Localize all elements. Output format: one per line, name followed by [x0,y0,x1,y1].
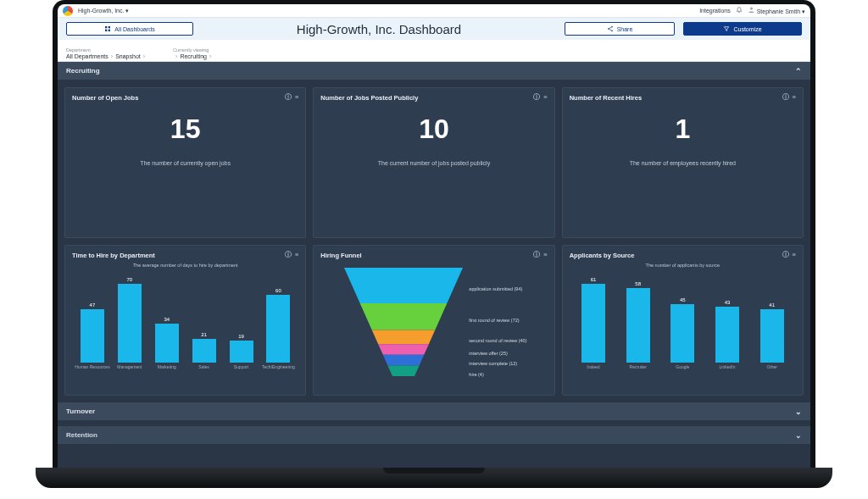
bar-label: Sales [198,365,209,370]
bar-label: Tech/Engineering [262,365,295,370]
share-button[interactable]: Share [565,22,675,36]
menu-icon[interactable]: ≡ [793,93,796,102]
metric-subtitle: The current number of jobs posted public… [378,160,490,166]
menu-icon[interactable]: ≡ [793,251,796,259]
funnel-band [360,303,448,330]
bar-value: 34 [164,317,170,322]
svg-rect-4 [108,30,110,31]
bar-group: 19Support [223,334,260,369]
bar [81,309,104,362]
info-icon[interactable]: ⓘ [533,93,540,102]
integrations-link[interactable]: Integrations [699,8,731,14]
bar-value: 43 [725,300,731,305]
funnel-label: interview offer (25) [469,351,507,356]
bar-label: Marketing [158,365,176,370]
bar-group: 34Marketing [148,317,186,369]
bar [670,304,694,362]
svg-point-0 [750,8,753,10]
chevron-right-icon: › [111,53,113,59]
funnel-band [379,344,430,355]
card-title: Number of Recent Hires [570,94,642,102]
bar [192,339,216,363]
crumb-snapshot: Snapshot [115,53,141,59]
bar-value: 70 [126,277,132,282]
bar-group: 43LinkedIn [705,300,750,369]
user-menu[interactable]: Stephanie Smith ▾ [748,6,805,15]
bar [230,341,253,362]
bar-label: Management [117,365,142,370]
chevron-up-icon: ⌃ [795,67,802,75]
svg-rect-2 [108,26,110,28]
customize-button[interactable]: Customize [683,22,802,36]
app-screen: High-Growth, Inc. ▾ Integrations Stephan… [58,4,810,468]
all-dashboards-label: All Dashboards [114,26,154,32]
filter-icon [723,25,730,32]
funnel-label: first round of review (72) [469,318,519,323]
svg-point-6 [608,28,609,29]
card-time-to-hire: Time to Hire by Department ⓘ ≡ The avera… [64,245,306,396]
chevron-right-icon: › [209,53,211,59]
crumb-value: Recruiting [180,53,207,59]
bar-value: 41 [769,302,775,308]
chart-title: The number of applicants by source [570,263,796,268]
bar-group: 60Tech/Engineering [259,288,297,369]
section-turnover[interactable]: Turnover ⌄ [58,402,810,421]
metric-value: 15 [170,114,201,145]
svg-point-7 [611,30,612,31]
info-icon[interactable]: ⓘ [285,251,292,259]
info-icon[interactable]: ⓘ [782,93,789,102]
topbar: High-Growth, Inc. ▾ Integrations Stephan… [58,4,810,18]
bar [581,284,605,362]
breadcrumb: Department All Departments › Snapshot › … [58,40,810,62]
chevron-right-icon: › [143,53,145,59]
card-title: Hiring Funnel [320,252,361,259]
bar-label: Human Resources [75,365,109,370]
bar-value: 47 [90,302,96,308]
all-dashboards-button[interactable]: All Dashboards [66,22,193,36]
bar-group: 45Google [660,297,705,369]
crumb-label: Department [66,47,147,53]
section-retention[interactable]: Retention ⌄ [58,426,810,445]
metric-subtitle: The number of employees recently hired [630,160,736,166]
info-icon[interactable]: ⓘ [782,251,789,259]
bar-value: 45 [680,297,686,302]
crumb-department[interactable]: Department All Departments › Snapshot › [66,47,147,59]
bar [715,307,739,362]
crumb-value: All Departments [66,53,108,59]
bar-label: LinkedIn [720,365,736,370]
card-title: Number of Jobs Posted Publicly [320,94,418,102]
grid-icon [104,25,111,32]
bar-value: 21 [201,332,207,337]
info-icon[interactable]: ⓘ [533,251,540,259]
funnel-band [344,268,463,303]
section-title: Recruiting [66,67,100,75]
bell-icon[interactable] [736,7,743,14]
menu-icon[interactable]: ≡ [295,93,298,102]
bar-group: 47Human Resources [74,302,111,369]
bar-group: 21Sales [186,332,223,369]
card-recent-hires: Number of Recent Hires ⓘ ≡ 1 The number … [562,87,804,238]
card-title: Time to Hire by Department [72,252,155,259]
menu-icon[interactable]: ≡ [295,251,298,259]
menu-icon[interactable]: ≡ [543,251,547,259]
info-icon[interactable]: ⓘ [285,93,292,102]
chevron-down-icon: ▾ [125,8,129,14]
card-open-jobs: Number of Open Jobs ⓘ ≡ 15 The number of… [64,87,306,238]
metric-subtitle: The number of currently open jobs [140,160,231,166]
bar-value: 19 [238,334,244,339]
dashboard-body: Recruiting ⌃ Number of Open Jobs ⓘ ≡ 15 [58,62,810,468]
bar-value: 58 [635,281,641,286]
menu-icon[interactable]: ≡ [543,93,547,102]
bar-chart: 47Human Resources70Management34Marketing… [72,269,298,369]
company-selector[interactable]: High-Growth, Inc. ▾ [78,8,129,14]
crumb-label: Currently viewing [173,47,214,53]
bar-value: 61 [591,277,597,282]
funnel-band [372,330,436,344]
chevron-down-icon: ⌄ [795,408,802,416]
funnel-label: interview complete (12) [469,361,517,366]
crumb-currently[interactable]: Currently viewing › Recruiting › [173,47,214,59]
metric-value: 10 [419,114,449,145]
section-recruiting[interactable]: Recruiting ⌃ [58,62,810,80]
bar-label: Indeed [587,365,599,370]
funnel-band [383,355,424,366]
